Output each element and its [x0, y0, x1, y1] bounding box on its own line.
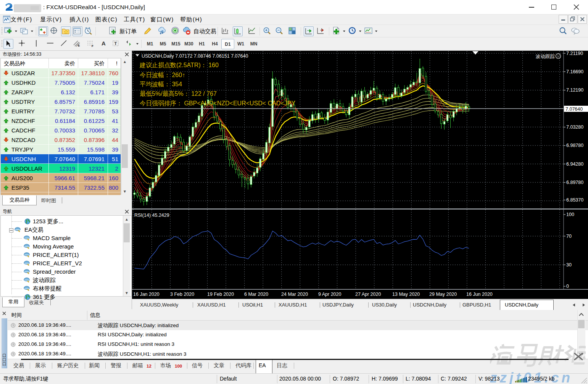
- svg-text:E: E: [78, 44, 80, 47]
- svg-text:19 Feb 2020: 19 Feb 2020: [207, 292, 234, 297]
- svg-text:70: 70: [566, 234, 572, 239]
- svg-text:100: 100: [566, 212, 574, 217]
- svg-text:今日强弱排序： GBP<AUD<NZD<EUR<USD<: 今日强弱排序： GBP<AUD<NZD<EUR<USD< CAD<JPY: [140, 100, 295, 106]
- svg-text:16 Jan 2020: 16 Jan 2020: [133, 292, 159, 297]
- svg-text:USDCNH,Daily 7.07172 7.08746: USDCNH,Daily 7.07172 7.08746 7.06151 7.0…: [142, 53, 248, 59]
- svg-text:A: A: [101, 40, 106, 47]
- svg-text:6.85370: 6.85370: [566, 197, 583, 203]
- svg-text:6 Mar 2020: 6 Mar 2020: [244, 292, 268, 297]
- svg-text:7.07640: 7.07640: [565, 106, 583, 112]
- svg-text:29 May 2020: 29 May 2020: [429, 292, 457, 297]
- svg-text:30: 30: [566, 262, 572, 268]
- svg-text:0: 0: [566, 284, 569, 289]
- svg-text:7.16690: 7.16690: [566, 69, 583, 74]
- svg-text:24 Mar 2020: 24 Mar 2020: [281, 292, 308, 297]
- svg-text:6.89780: 6.89780: [566, 180, 583, 185]
- svg-text:平均波幅： 354: 平均波幅： 354: [140, 81, 182, 87]
- svg-text:6.98780: 6.98780: [566, 143, 583, 148]
- svg-text:6.94280: 6.94280: [566, 161, 583, 167]
- svg-text:27 Apr 2020: 27 Apr 2020: [355, 292, 381, 297]
- svg-text:T: T: [114, 41, 117, 46]
- svg-text:3 Feb 2020: 3 Feb 2020: [170, 292, 194, 297]
- svg-text:今日波幅： 260↑: 今日波幅： 260↑: [140, 72, 185, 78]
- svg-text:最低5%/最高5%： 122 / 767: 最低5%/最高5%： 122 / 767: [140, 90, 217, 97]
- svg-text:9 Apr 2020: 9 Apr 2020: [318, 292, 342, 297]
- svg-text:F: F: [92, 44, 93, 48]
- svg-text:7.03280: 7.03280: [566, 124, 583, 130]
- svg-text:7.12190: 7.12190: [566, 87, 583, 93]
- svg-text:16 Jun 2020: 16 Jun 2020: [466, 292, 493, 297]
- svg-text:RSI(14) 45.2429: RSI(14) 45.2429: [134, 213, 169, 218]
- svg-text:波动跟踪: 波动跟踪: [535, 54, 555, 59]
- svg-text:7.21190: 7.21190: [566, 51, 583, 56]
- svg-text:建议止损点数(2.5ATR)： 160: 建议止损点数(2.5ATR)： 160: [139, 62, 219, 68]
- svg-text:13 May 2020: 13 May 2020: [392, 292, 420, 297]
